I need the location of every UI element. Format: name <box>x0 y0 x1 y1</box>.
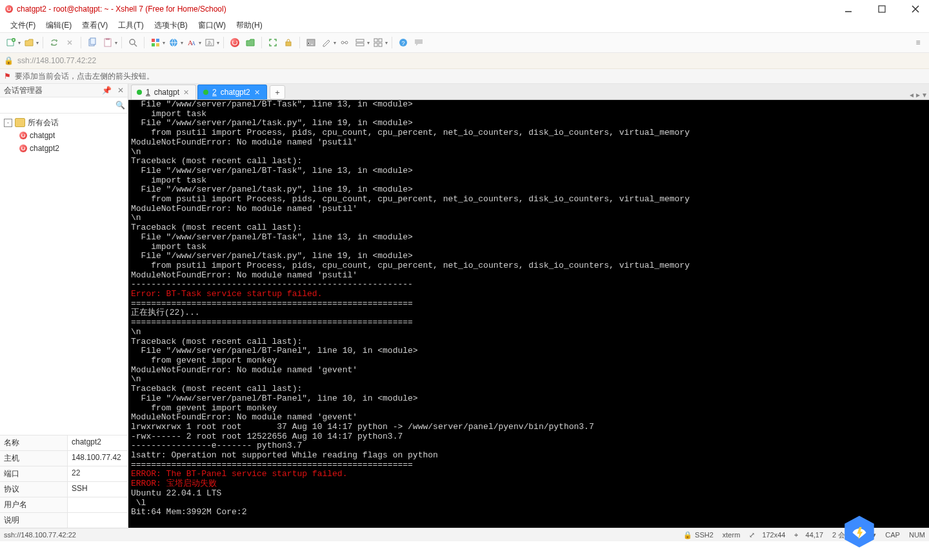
svg-rect-20 <box>356 39 364 42</box>
folder-icon <box>15 118 25 127</box>
session-search-input[interactable] <box>3 99 115 111</box>
prop-value: SSH <box>68 482 128 497</box>
status-nav: ▴ ▾ <box>861 531 876 539</box>
session-item-chatgpt[interactable]: chatgpt <box>0 129 128 142</box>
window-title: chatgpt2 - root@chatgpt: ~ - Xshell 7 (F… <box>17 5 226 14</box>
menu-help[interactable]: 帮助(H) <box>232 19 266 32</box>
new-tab-button[interactable]: ＋ <box>270 85 285 99</box>
session-tree: - 所有会话 chatgpt chatgpt2 <box>0 114 128 435</box>
lock-button[interactable] <box>281 35 295 50</box>
xftp-button[interactable] <box>243 35 257 50</box>
terminal-area: 1 chatgpt ✕ 2 chatgpt2 ✕ ＋ ◂ ▸ ▾ File "/… <box>128 84 929 528</box>
chat-button[interactable] <box>412 35 426 50</box>
svg-point-6 <box>130 39 135 45</box>
terminal-output[interactable]: File "/www/server/panel/BT-Task", line 1… <box>128 100 929 528</box>
font-button[interactable]: AA <box>185 35 199 50</box>
lock-green-icon: 🔒 <box>683 531 692 539</box>
open-session-button[interactable] <box>22 35 36 50</box>
toolbar-overflow-button[interactable]: ≡ <box>911 35 925 50</box>
tile-horiz-button[interactable] <box>353 35 367 50</box>
menu-file[interactable]: 文件(F) <box>6 19 39 32</box>
globe-button[interactable] <box>166 35 181 50</box>
prop-key: 协议 <box>0 482 68 497</box>
pane-close-icon[interactable]: ✕ <box>117 86 124 95</box>
svg-rect-0 <box>879 6 885 12</box>
reconnect-button[interactable] <box>47 35 61 50</box>
paste-button[interactable] <box>101 35 115 50</box>
local-shell-button[interactable] <box>304 35 318 50</box>
menu-edit[interactable]: 编辑(E) <box>42 19 75 32</box>
cursor-icon: ⌖ <box>794 531 798 539</box>
copy-button[interactable] <box>85 35 99 50</box>
session-item-chatgpt2[interactable]: chatgpt2 <box>0 142 128 155</box>
prop-row: 端口22 <box>0 466 128 481</box>
pin-icon[interactable]: 📌 <box>102 86 112 95</box>
status-bar: ssh://148.100.77.42:22 🔒SSH2 xterm ⤢ 172… <box>0 528 929 541</box>
status-cursor: ⌖ 44,17 <box>794 531 823 539</box>
menu-tabs[interactable]: 选项卡(B) <box>150 19 192 32</box>
tab-next-icon[interactable]: ▸ <box>916 90 920 99</box>
color-scheme-button[interactable] <box>148 35 163 50</box>
tab-chatgpt[interactable]: 1 chatgpt ✕ <box>131 85 196 99</box>
address-bar[interactable]: 🔒 ssh://148.100.77.42:22 <box>0 53 929 69</box>
search-icon[interactable]: 🔍 <box>115 101 125 110</box>
prop-key: 端口 <box>0 466 68 481</box>
fullscreen-button[interactable] <box>266 35 280 50</box>
svg-point-19 <box>345 41 348 44</box>
up-icon[interactable]: ▴ <box>861 531 865 539</box>
pane-header: 会话管理器 📌 ✕ <box>0 84 128 97</box>
xagent-button[interactable] <box>228 35 242 50</box>
status-num: NUM <box>909 531 925 539</box>
svg-rect-3 <box>90 38 95 45</box>
prop-key: 主机 <box>0 451 68 466</box>
prop-value: chatgpt2 <box>68 435 128 450</box>
prop-row: 名称chatgpt2 <box>0 435 128 450</box>
help-button[interactable]: ? <box>396 35 410 50</box>
compose-button[interactable] <box>319 35 334 50</box>
tab-label: chatgpt2 <box>221 88 250 97</box>
down-icon[interactable]: ▾ <box>872 531 876 539</box>
tunneling-button[interactable] <box>337 35 352 50</box>
new-session-button[interactable] <box>4 35 18 50</box>
tab-list-icon[interactable]: ▾ <box>923 90 926 99</box>
session-search: 🔍 <box>0 97 128 114</box>
pane-buttons: 📌 ✕ <box>102 86 124 95</box>
tab-prev-icon[interactable]: ◂ <box>910 90 914 99</box>
encoding-button[interactable]: あ <box>203 35 217 50</box>
prop-row: 主机148.100.77.42 <box>0 450 128 466</box>
tile-grid-button[interactable] <box>371 35 385 50</box>
prop-value: 22 <box>68 466 128 481</box>
find-button[interactable] <box>126 35 140 50</box>
maximize-button[interactable] <box>871 2 893 16</box>
prop-value: 148.100.77.42 <box>68 451 128 466</box>
pane-title: 会话管理器 <box>4 85 43 96</box>
title-bar: chatgpt2 - root@chatgpt: ~ - Xshell 7 (F… <box>0 0 929 18</box>
tab-close-icon[interactable]: ✕ <box>254 88 260 97</box>
menu-tools[interactable]: 工具(T) <box>114 19 147 32</box>
menu-bar: 文件(F) 编辑(E) 查看(V) 工具(T) 选项卡(B) 窗口(W) 帮助(… <box>0 18 929 32</box>
size-icon: ⤢ <box>749 531 755 539</box>
svg-rect-8 <box>156 39 159 42</box>
tab-close-icon[interactable]: ✕ <box>183 88 189 97</box>
main-area: 会话管理器 📌 ✕ 🔍 - 所有会话 chatgpt chatgpt2 <box>0 84 929 528</box>
tab-label: chatgpt <box>154 88 179 97</box>
menu-view[interactable]: 查看(V) <box>78 19 112 32</box>
disconnect-button[interactable] <box>63 35 77 50</box>
tab-chatgpt2[interactable]: 2 chatgpt2 ✕ <box>197 85 267 99</box>
svg-rect-21 <box>356 43 364 46</box>
svg-rect-25 <box>379 43 382 46</box>
tree-toggle-icon[interactable]: - <box>4 119 12 127</box>
session-label: chatgpt <box>30 131 55 140</box>
close-button[interactable] <box>904 2 926 16</box>
status-termtype: xterm <box>723 531 741 539</box>
session-properties: 名称chatgpt2主机148.100.77.42端口22协议SSH用户名说明 <box>0 435 128 528</box>
prop-key: 说明 <box>0 513 68 528</box>
minimize-button[interactable] <box>837 2 859 16</box>
lock-icon: 🔒 <box>4 56 14 65</box>
tree-root[interactable]: - 所有会话 <box>0 116 128 129</box>
toolbar: ▾ ▾ ▾ ▾ ▾ AA▾ あ▾ ▾ ▾ ▾ ? ≡ <box>0 32 929 53</box>
svg-rect-7 <box>152 39 155 42</box>
session-manager-pane: 会话管理器 📌 ✕ 🔍 - 所有会话 chatgpt chatgpt2 <box>0 84 128 528</box>
session-icon <box>19 145 27 152</box>
menu-window[interactable]: 窗口(W) <box>194 19 230 32</box>
